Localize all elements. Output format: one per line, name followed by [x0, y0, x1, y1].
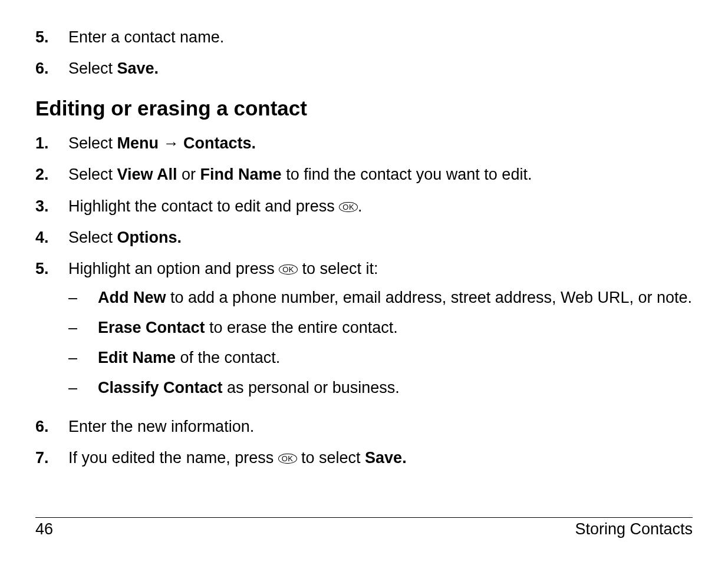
sub-list-item: –Add New to add a phone number, email ad… — [68, 286, 693, 309]
step-body: Select View All or Find Name to find the… — [68, 163, 693, 186]
ui-label: Find Name — [200, 166, 282, 183]
main-step-list: 1.Select Menu → Contacts.2.Select View A… — [35, 132, 693, 470]
step-body: Select Options. — [68, 226, 693, 249]
step-number: 2. — [35, 166, 68, 184]
ui-label: View All — [117, 166, 177, 183]
page-footer: 46 Storing Contacts — [35, 517, 693, 538]
body-text: Highlight the contact to edit and press — [68, 197, 339, 215]
body-text: to find the contact you want to edit. — [282, 166, 532, 183]
dash-bullet: – — [68, 346, 98, 369]
page: 5.Enter a contact name.6.Select Save. Ed… — [0, 0, 728, 562]
ui-label: Options. — [117, 229, 182, 246]
step-item: 5.Enter a contact name. — [35, 26, 693, 49]
step-item: 5.Highlight an option and press OK to se… — [35, 257, 693, 407]
body-text: to select it: — [298, 260, 378, 277]
step-number: 5. — [35, 260, 68, 278]
section-heading: Editing or erasing a contact — [35, 97, 693, 120]
body-text: to erase the entire contact. — [205, 319, 398, 336]
top-step-list: 5.Enter a contact name.6.Select Save. — [35, 26, 693, 80]
step-item: 7.If you edited the name, press OK to se… — [35, 447, 693, 470]
dash-bullet: – — [68, 286, 98, 309]
step-item: 6.Select Save. — [35, 57, 693, 80]
sub-list-item: –Classify Contact as personal or busines… — [68, 376, 693, 399]
body-text: Highlight an option and press — [68, 260, 279, 277]
ui-label: Add New — [98, 289, 166, 306]
step-item: 2.Select View All or Find Name to find t… — [35, 163, 693, 186]
body-text: Enter a contact name. — [68, 28, 224, 46]
step-body: Enter a contact name. — [68, 26, 693, 49]
body-text: or — [177, 166, 200, 183]
footer-section-title: Storing Contacts — [575, 520, 693, 538]
step-number: 6. — [35, 418, 68, 436]
step-body: Highlight an option and press OK to sele… — [68, 257, 693, 407]
step-body: Select Menu → Contacts. — [68, 132, 693, 155]
body-text: to select — [297, 449, 365, 467]
step-body: Enter the new information. — [68, 415, 693, 438]
body-text: Enter the new information. — [68, 418, 254, 435]
ok-key-icon: OK — [278, 454, 297, 464]
step-item: 4.Select Options. — [35, 226, 693, 249]
body-text: . — [358, 197, 363, 215]
body-text: Select — [68, 229, 117, 246]
step-item: 3.Highlight the contact to edit and pres… — [35, 195, 693, 218]
ui-label: Menu — [117, 134, 159, 152]
body-text: as personal or business. — [223, 379, 400, 396]
step-number: 1. — [35, 134, 68, 153]
sub-body: Add New to add a phone number, email add… — [98, 286, 693, 309]
footer-rule — [35, 517, 693, 518]
sub-body: Erase Contact to erase the entire contac… — [98, 316, 693, 339]
body-text: Select — [68, 134, 117, 152]
step-item: 6.Enter the new information. — [35, 415, 693, 438]
step-item: 1.Select Menu → Contacts. — [35, 132, 693, 155]
step-number: 3. — [35, 197, 68, 216]
step-number: 7. — [35, 449, 68, 467]
ui-label: Classify Contact — [98, 379, 223, 396]
body-text: of the contact. — [176, 349, 280, 366]
step-number: 6. — [35, 59, 68, 78]
step-body: Highlight the contact to edit and press … — [68, 195, 693, 218]
sub-list-item: –Edit Name of the contact. — [68, 346, 693, 369]
step-body: Select Save. — [68, 57, 693, 80]
body-text: Select — [68, 59, 117, 77]
sub-body: Edit Name of the contact. — [98, 346, 693, 369]
sub-list: –Add New to add a phone number, email ad… — [68, 286, 693, 400]
dash-bullet: – — [68, 316, 98, 339]
page-number: 46 — [35, 520, 53, 538]
step-number: 5. — [35, 28, 68, 47]
body-text: Select — [68, 166, 117, 183]
ui-label: Edit Name — [98, 349, 176, 366]
body-text: If you edited the name, press — [68, 449, 278, 467]
ui-label: Save. — [117, 59, 159, 77]
ui-label: Erase Contact — [98, 319, 205, 336]
ok-key-icon: OK — [339, 202, 358, 212]
arrow-icon: → — [159, 134, 183, 152]
ok-key-icon: OK — [279, 265, 298, 275]
ui-label: Contacts. — [183, 134, 256, 152]
step-number: 4. — [35, 229, 68, 247]
sub-body: Classify Contact as personal or business… — [98, 376, 693, 399]
dash-bullet: – — [68, 376, 98, 399]
sub-list-item: –Erase Contact to erase the entire conta… — [68, 316, 693, 339]
body-text: to add a phone number, email address, st… — [166, 289, 693, 306]
step-body: If you edited the name, press OK to sele… — [68, 447, 693, 470]
ui-label: Save. — [365, 449, 407, 467]
